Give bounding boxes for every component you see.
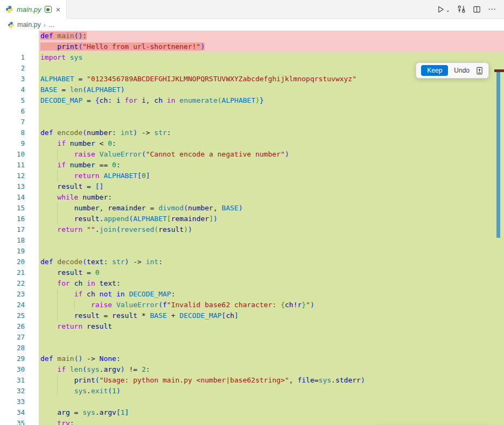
code-line[interactable]: 26 return result [0,321,504,332]
line-number[interactable]: 33 [0,396,39,407]
code-line[interactable]: 7 [0,117,504,128]
line-number[interactable]: 32 [0,386,39,396]
code-line[interactable]: 16 result.append(ALPHABET[remainder]) [0,214,504,224]
line-number[interactable]: 12 [0,171,39,181]
open-changes-button[interactable] [457,5,466,13]
code-line[interactable]: 34 arg = sys.argv[1] [0,407,504,418]
line-number[interactable]: 35 [0,418,39,425]
code-line[interactable]: 14 while number: [0,192,504,203]
line-number[interactable]: 20 [0,257,39,267]
code-line-content: raise ValueError("Cannot encode a negati… [39,149,504,160]
code-line-content: for ch in text: [39,278,504,289]
line-number[interactable]: 21 [0,267,39,278]
line-number[interactable] [0,31,39,41]
line-number[interactable]: 19 [0,246,39,257]
line-number[interactable]: 10 [0,149,39,160]
keep-button[interactable]: Keep [421,65,448,76]
code-line[interactable]: 9 if number < 0: [0,138,504,149]
line-number[interactable]: 31 [0,375,39,386]
code-line[interactable]: 31 print("Usage: python main.py <number|… [0,375,504,386]
code-line[interactable]: 21 result = 0 [0,267,504,278]
code-line[interactable]: 29def main() -> None: [0,353,504,364]
more-actions-icon[interactable]: ⋯ [488,4,496,14]
code-line[interactable]: 4BASE = len(ALPHABET) [0,84,504,95]
modified-indicator-icon[interactable] [45,6,52,13]
line-number[interactable]: 30 [0,364,39,375]
code-line-content: def encode(number: int) -> str: [39,128,504,138]
line-number[interactable]: 27 [0,332,39,343]
run-python-button[interactable]: ⌄ [437,5,450,13]
run-dropdown-chevron-icon[interactable]: ⌄ [446,7,450,13]
code-line[interactable]: def main(): [0,31,504,41]
code-line[interactable]: print("Hello from url-shortnener!") [0,41,504,52]
code-line[interactable]: 20def decode(text: str) -> int: [0,257,504,267]
line-number[interactable]: 18 [0,235,39,246]
view-file-button[interactable] [475,67,484,75]
line-number[interactable]: 3 [0,74,39,84]
code-line[interactable]: 17 return "".join(reversed(result)) [0,224,504,235]
line-number[interactable]: 15 [0,203,39,214]
indent-guide [57,310,58,321]
code-line[interactable]: 27 [0,332,504,343]
indent-guide [74,300,75,310]
code-line[interactable]: 15 number, remainder = divmod(number, BA… [0,203,504,214]
line-number[interactable]: 9 [0,138,39,149]
code-line[interactable]: 28 [0,343,504,353]
line-number[interactable]: 16 [0,214,39,224]
indent-guide [57,300,58,310]
undo-button[interactable]: Undo [453,65,471,76]
code-line[interactable]: 22 for ch in text: [0,278,504,289]
tab-close-icon[interactable]: × [55,5,62,14]
line-number[interactable]: 11 [0,160,39,171]
line-number[interactable]: 14 [0,192,39,203]
indent-guide [57,171,58,181]
line-number[interactable]: 7 [0,117,39,128]
line-number[interactable]: 34 [0,407,39,418]
code-line[interactable]: 1import sys [0,52,504,63]
line-number[interactable]: 17 [0,224,39,235]
line-number[interactable]: 28 [0,343,39,353]
code-line[interactable]: 8def encode(number: int) -> str: [0,128,504,138]
breadcrumb-more[interactable]: ... [48,21,54,29]
code-line[interactable]: 23 if ch not in DECODE_MAP: [0,289,504,300]
line-number[interactable]: 23 [0,289,39,300]
line-number[interactable]: 26 [0,321,39,332]
code-line[interactable]: 18 [0,235,504,246]
code-line[interactable]: 25 result = result * BASE + DECODE_MAP[c… [0,310,504,321]
tab-bar: main.py × ⌄ ⋯ [0,0,504,19]
line-number[interactable]: 2 [0,63,39,74]
code-line[interactable]: 5DECODE_MAP = {ch: i for i, ch in enumer… [0,95,504,106]
code-line-content [39,235,504,246]
code-line[interactable]: 6 [0,106,504,117]
code-line-content: return result [39,321,504,332]
code-line[interactable]: 33 [0,396,504,407]
code-line[interactable]: 32 sys.exit(1) [0,386,504,396]
code-line[interactable]: 30 if len(sys.argv) != 2: [0,364,504,375]
code-line[interactable]: 35 try: [0,418,504,425]
line-number[interactable]: 22 [0,278,39,289]
line-number[interactable]: 8 [0,128,39,138]
line-number[interactable] [0,41,39,52]
indent-guide [57,149,58,160]
breadcrumb-file[interactable]: main.py [17,21,41,29]
line-number[interactable]: 24 [0,300,39,310]
line-number[interactable]: 29 [0,353,39,364]
code-line[interactable]: 24 raise ValueError(f"Invalid base62 cha… [0,300,504,310]
line-number[interactable]: 5 [0,95,39,106]
code-line-content [39,396,504,407]
code-line-content: def main(): [39,31,504,41]
code-line[interactable]: 13 result = [] [0,181,504,192]
split-editor-button[interactable] [473,5,481,13]
code-editor[interactable]: def main(): print("Hello from url-shortn… [0,31,504,425]
line-number[interactable]: 25 [0,310,39,321]
code-line[interactable]: 10 raise ValueError("Cannot encode a neg… [0,149,504,160]
code-line[interactable]: 11 if number == 0: [0,160,504,171]
line-number[interactable]: 13 [0,181,39,192]
line-number[interactable]: 1 [0,52,39,63]
line-number[interactable]: 6 [0,106,39,117]
code-line[interactable]: 12 return ALPHABET[0] [0,171,504,181]
overview-ruler-added-mark[interactable] [496,72,500,238]
line-number[interactable]: 4 [0,84,39,95]
code-line[interactable]: 19 [0,246,504,257]
tab-main-py[interactable]: main.py × [0,0,67,19]
